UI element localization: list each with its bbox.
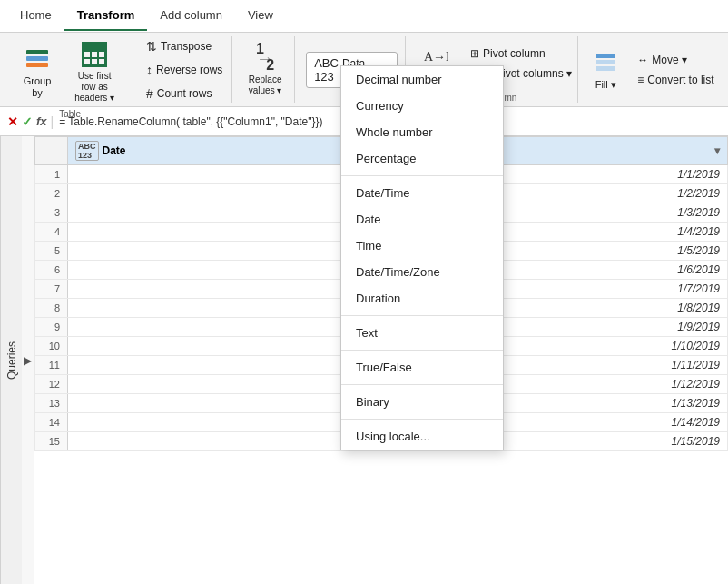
count-rows-button[interactable]: # Count rows	[141, 84, 218, 104]
row-number-cell: 5	[35, 242, 68, 261]
dropdown-item-time[interactable]: Time	[341, 233, 503, 259]
expand-icon: ▶	[24, 354, 32, 367]
group-by-icon	[23, 45, 52, 74]
svg-rect-5	[596, 60, 615, 64]
replace-values-icon: 1 2 →	[251, 44, 280, 73]
tab-add-column[interactable]: Add column	[147, 1, 235, 31]
row-number-cell: 11	[35, 356, 68, 375]
ribbon-tabs: Home Transform Add column View	[0, 0, 728, 33]
tab-view[interactable]: View	[235, 1, 286, 31]
row-number-cell: 15	[35, 432, 68, 451]
separator-2	[341, 315, 503, 316]
reverse-rows-button[interactable]: ↕ Reverse rows	[141, 60, 228, 80]
formula-fx-icon: fx	[36, 114, 47, 128]
svg-rect-1	[26, 56, 48, 61]
formula-confirm-icon[interactable]: ✓	[22, 114, 33, 129]
group-by-button[interactable]: Groupby	[15, 41, 60, 103]
reverse-icon: ↕	[146, 63, 152, 77]
replace-values-button[interactable]: 1 2 → Replacevalues ▾	[241, 40, 290, 100]
dropdown-item-datetimezone[interactable]: Date/Time/Zone	[341, 259, 503, 285]
column-name: Date	[103, 144, 126, 157]
svg-rect-4	[596, 54, 615, 58]
row-number-cell: 10	[35, 337, 68, 356]
ribbon-group-transform: ⇅ Transpose ↕ Reverse rows # Count rows	[137, 36, 232, 103]
move-button[interactable]: ↔ Move ▾	[632, 51, 719, 69]
fill-button[interactable]: Fill ▾	[583, 45, 628, 94]
svg-text:A→B: A→B	[424, 50, 448, 64]
dropdown-item-locale[interactable]: Using locale...	[341, 423, 503, 450]
pivot-column-button[interactable]: ⊞ Pivot column	[465, 45, 577, 63]
dropdown-item-decimal[interactable]: Decimal number	[341, 66, 503, 93]
convert-to-list-button[interactable]: ≡ Convert to list	[632, 71, 719, 89]
ribbon-group-fill: Fill ▾ ↔ Move ▾ ≡ Convert to list	[582, 36, 721, 103]
dropdown-item-datetime[interactable]: Date/Time	[341, 180, 503, 206]
row-number-cell: 4	[35, 223, 68, 242]
dropdown-item-text[interactable]: Text	[341, 320, 503, 346]
separator-5	[341, 419, 503, 420]
svg-rect-2	[26, 63, 48, 67]
tab-home[interactable]: Home	[7, 1, 64, 31]
column-dropdown-arrow[interactable]: ▾	[714, 144, 720, 157]
sidebar-expand-arrow[interactable]: ▶	[22, 136, 34, 584]
fill-icon	[591, 48, 620, 77]
separator-1	[341, 175, 503, 176]
row-number-cell: 3	[35, 203, 68, 223]
dropdown-item-whole[interactable]: Whole number	[341, 119, 503, 145]
tab-transform[interactable]: Transform	[64, 1, 148, 31]
ribbon-group-table: Groupby Use first row asheaders ▾ Table	[7, 36, 133, 103]
queries-sidebar[interactable]: Queries	[0, 136, 22, 584]
first-row-icon	[80, 40, 109, 69]
first-row-headers-button[interactable]: Use first row asheaders ▾	[64, 36, 125, 107]
row-number-cell: 7	[35, 280, 68, 299]
formula-cancel-icon[interactable]: ✕	[7, 114, 18, 129]
pivot-icon: ⊞	[470, 47, 479, 60]
row-number-cell: 1	[35, 165, 68, 184]
row-number-cell: 14	[35, 413, 68, 432]
row-number-cell: 12	[35, 375, 68, 394]
dropdown-item-percentage[interactable]: Percentage	[341, 145, 503, 172]
transpose-button[interactable]: ⇅ Transpose	[141, 36, 217, 56]
row-number-cell: 2	[35, 184, 68, 203]
dropdown-item-duration[interactable]: Duration	[341, 285, 503, 312]
separator-3	[341, 350, 503, 351]
row-number-cell: 9	[35, 318, 68, 337]
svg-rect-0	[26, 50, 48, 54]
convert-icon: ≡	[637, 74, 644, 86]
move-icon: ↔	[637, 54, 648, 66]
dropdown-item-truefalse[interactable]: True/False	[341, 354, 503, 381]
column-type-icon[interactable]: ABC123	[75, 141, 99, 161]
transpose-icon: ⇅	[146, 39, 157, 54]
ribbon-group-replace: 1 2 → Replacevalues ▾	[236, 36, 295, 103]
separator-4	[341, 384, 503, 385]
svg-rect-6	[596, 66, 615, 71]
row-number-cell: 13	[35, 394, 68, 413]
row-number-cell: 8	[35, 299, 68, 318]
datatype-icon: ABC123	[314, 56, 339, 84]
dropdown-item-currency[interactable]: Currency	[341, 93, 503, 119]
dropdown-item-date[interactable]: Date	[341, 206, 503, 233]
count-icon: #	[146, 86, 153, 101]
row-number-cell: 6	[35, 261, 68, 280]
datatype-dropdown-menu: Decimal number Currency Whole number Per…	[340, 65, 504, 450]
dropdown-item-binary[interactable]: Binary	[341, 389, 503, 415]
row-number-header	[35, 137, 68, 165]
